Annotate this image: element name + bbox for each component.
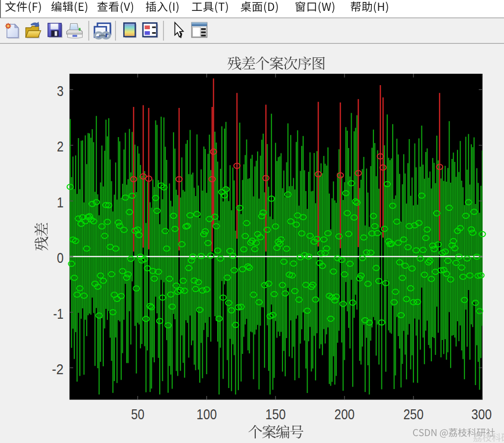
svg-text:1: 1	[57, 194, 64, 210]
svg-text:150: 150	[266, 406, 286, 422]
svg-text:200: 200	[334, 406, 355, 422]
svg-text:100: 100	[196, 406, 217, 422]
svg-text:2: 2	[57, 138, 64, 154]
svg-text:-2: -2	[52, 361, 64, 377]
svg-text:3: 3	[57, 83, 64, 99]
svg-text:-1: -1	[53, 305, 64, 322]
svg-text:250: 250	[403, 406, 423, 422]
svg-text:50: 50	[131, 406, 144, 422]
svg-text:300: 300	[471, 406, 492, 422]
svg-text:0: 0	[57, 249, 64, 266]
